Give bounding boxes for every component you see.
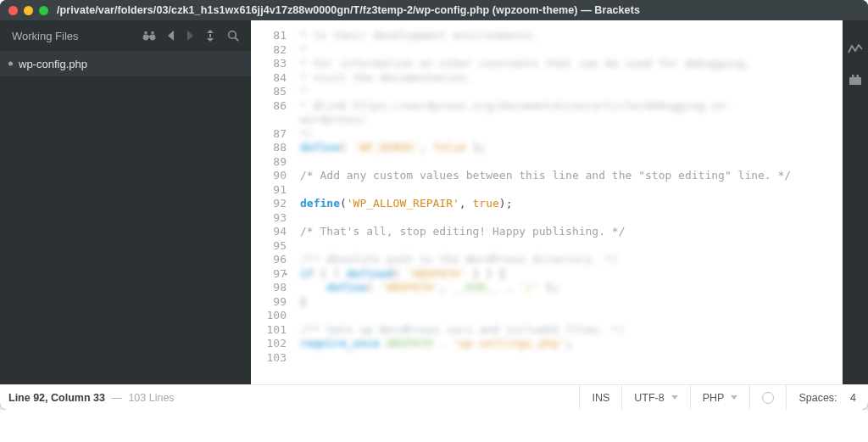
code-line[interactable]: define( 'WP_DEBUG', false );	[300, 141, 832, 155]
svg-marker-6	[187, 31, 193, 41]
working-file-name: wp-config.php	[19, 58, 87, 70]
sidebar: Working Files	[0, 20, 251, 384]
svg-line-11	[235, 37, 238, 41]
cursor-position-text: Line 92, Column 33	[8, 392, 105, 404]
svg-rect-4	[152, 31, 154, 34]
working-file-item[interactable]: wp-config.php	[0, 51, 251, 76]
status-bar: Line 92, Column 33 — 103 Lines INS UTF-8…	[0, 384, 868, 410]
svg-rect-3	[145, 31, 147, 34]
zoom-window-button[interactable]	[39, 6, 48, 15]
code-line[interactable]: define( 'ABSPATH', __DIR__ . '/' );	[300, 281, 832, 295]
svg-rect-12	[849, 77, 861, 85]
window-controls	[8, 6, 48, 15]
svg-rect-13	[852, 75, 854, 77]
svg-marker-8	[207, 38, 214, 42]
code-line[interactable]: define('WP_ALLOW_REPAIR', true);	[300, 197, 832, 211]
window-path: /private/var/folders/03/czk1_h1s1wx616jj…	[57, 4, 578, 16]
code-line[interactable]	[300, 239, 832, 254]
svg-marker-5	[168, 31, 174, 41]
code-line[interactable]: * @link https://wordpress.org/documentat…	[300, 99, 832, 114]
code-line[interactable]: * to their development environments.	[300, 29, 832, 43]
code-line[interactable]: *	[300, 43, 832, 58]
code-line[interactable]: require_once ABSPATH . 'wp-settings.php'…	[300, 337, 832, 351]
code-line[interactable]	[300, 211, 832, 226]
circle-icon	[762, 392, 774, 404]
code-line[interactable]: if ( ! defined( 'ABSPATH' ) ) {	[300, 267, 832, 282]
main-area: Working Files	[0, 20, 868, 384]
svg-rect-14	[857, 75, 860, 77]
svg-point-10	[229, 31, 236, 39]
code-line[interactable]: /* Add any custom values between this li…	[300, 169, 832, 183]
minimize-window-button[interactable]	[24, 6, 33, 15]
working-files-label: Working Files	[12, 30, 142, 42]
editor[interactable]: 8182838485868788899091929394959697989910…	[251, 20, 868, 384]
cursor-position[interactable]: Line 92, Column 33 — 103 Lines	[0, 385, 579, 410]
code-line[interactable]: /** Sets up WordPress vars and included …	[300, 323, 832, 338]
code-line[interactable]: *	[300, 85, 832, 99]
language-selector[interactable]: PHP	[690, 385, 750, 410]
indent-settings[interactable]: Spaces: 4	[786, 385, 868, 410]
code-line[interactable]: wordpress/	[300, 113, 832, 127]
nav-forward-icon[interactable]	[186, 31, 193, 41]
search-icon[interactable]	[227, 30, 239, 42]
titlebar: /private/var/folders/03/czk1_h1s1wx616jj…	[0, 0, 868, 20]
code-line[interactable]: * For information on other constants tha…	[300, 57, 832, 71]
svg-rect-9	[209, 34, 211, 37]
code-line[interactable]	[300, 351, 832, 366]
binoculars-icon[interactable]	[142, 31, 156, 41]
app-name: Brackets	[594, 4, 640, 16]
nav-back-icon[interactable]	[168, 31, 175, 41]
window-title: /private/var/folders/03/czk1_h1s1wx616jj…	[57, 4, 640, 16]
code-line[interactable]: * visit the documentation.	[300, 71, 832, 86]
code-line[interactable]: /** Absolute path to the WordPress direc…	[300, 253, 832, 267]
live-preview-icon[interactable]	[848, 44, 863, 57]
code-line[interactable]	[300, 309, 832, 323]
app-window: /private/var/folders/03/czk1_h1s1wx616jj…	[0, 0, 868, 410]
lint-status[interactable]	[749, 385, 786, 410]
right-toolbar	[843, 20, 868, 384]
code-area[interactable]: * to their development environments.** F…	[295, 20, 843, 384]
code-line[interactable]	[300, 183, 832, 198]
code-line[interactable]	[300, 155, 832, 170]
insert-mode-toggle[interactable]: INS	[579, 385, 621, 410]
sidebar-toolbar	[142, 30, 239, 42]
working-files-header: Working Files	[0, 20, 251, 51]
line-number-gutter: 8182838485868788899091929394959697989910…	[251, 20, 295, 384]
code-line[interactable]: */	[300, 127, 832, 142]
svg-rect-2	[147, 36, 151, 37]
close-window-button[interactable]	[8, 6, 18, 15]
split-view-icon[interactable]	[205, 30, 215, 42]
code-line[interactable]: }	[300, 295, 832, 310]
total-lines-text: 103 Lines	[128, 392, 174, 404]
encoding-selector[interactable]: UTF-8	[621, 385, 689, 410]
svg-marker-7	[207, 30, 214, 33]
extensions-icon[interactable]	[849, 74, 862, 88]
code-line[interactable]: /* That's all, stop editing! Happy publi…	[300, 225, 832, 239]
